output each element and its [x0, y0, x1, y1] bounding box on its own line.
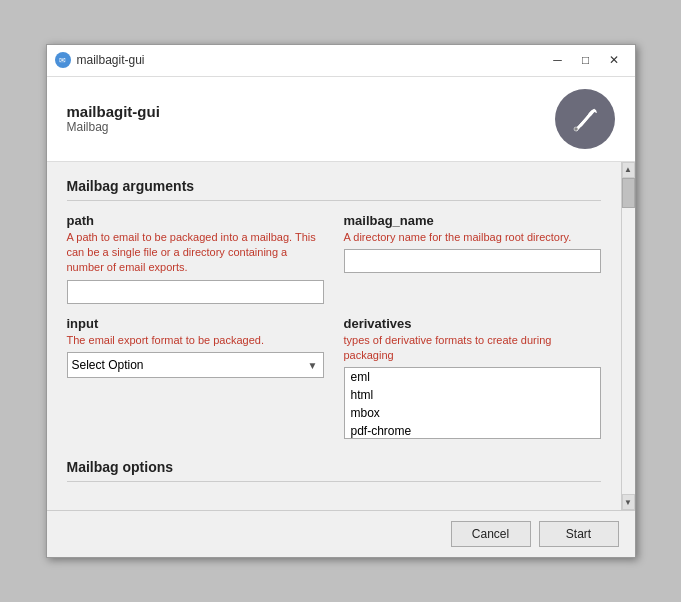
mailbag-arguments-title: Mailbag arguments	[67, 178, 601, 201]
scrollbar-middle	[622, 208, 635, 495]
derivatives-description: types of derivative formats to create du…	[344, 333, 601, 364]
mailbag-name-input[interactable]	[344, 249, 601, 273]
svg-point-0	[574, 127, 578, 131]
scrollbar-track[interactable]: ▲ ▼	[621, 162, 635, 511]
list-item[interactable]: eml	[345, 368, 600, 386]
derivatives-list[interactable]: emlhtmlmboxpdf-chrome	[344, 367, 601, 439]
list-item[interactable]: html	[345, 386, 600, 404]
scrollbar-down-arrow[interactable]: ▼	[622, 494, 635, 510]
title-bar-text: mailbagit-gui	[77, 53, 545, 67]
list-item[interactable]: mbox	[345, 404, 600, 422]
header-logo	[555, 89, 615, 149]
header-text: mailbagit-gui Mailbag	[67, 103, 160, 134]
input-label: input	[67, 316, 324, 331]
path-label: path	[67, 213, 324, 228]
app-name: mailbagit-gui	[67, 103, 160, 120]
mailbag-name-description: A directory name for the mailbag root di…	[344, 230, 601, 245]
cancel-button[interactable]: Cancel	[451, 521, 531, 547]
args-grid: path A path to email to be packaged into…	[67, 213, 601, 452]
footer: Cancel Start	[47, 510, 635, 557]
svg-line-1	[581, 111, 593, 125]
list-item[interactable]: pdf-chrome	[345, 422, 600, 439]
app-subtitle: Mailbag	[67, 120, 160, 134]
tools-icon	[567, 101, 603, 137]
mailbag-name-field-group: mailbag_name A directory name for the ma…	[344, 213, 601, 304]
derivatives-label: derivatives	[344, 316, 601, 331]
title-bar-buttons: ─ □ ✕	[545, 50, 627, 70]
mailbag-options-section: Mailbag options	[67, 459, 601, 482]
scrollbar-thumb[interactable]	[622, 178, 635, 208]
derivatives-field-group: derivatives types of derivative formats …	[344, 316, 601, 440]
path-field-group: path A path to email to be packaged into…	[67, 213, 324, 304]
scrollable-content: Mailbag arguments path A path to email t…	[47, 162, 621, 511]
path-description: A path to email to be packaged into a ma…	[67, 230, 324, 276]
maximize-button[interactable]: □	[573, 50, 599, 70]
close-button[interactable]: ✕	[601, 50, 627, 70]
scrollbar-up-arrow[interactable]: ▲	[622, 162, 635, 178]
input-description: The email export format to be packaged.	[67, 333, 324, 348]
app-icon	[55, 52, 71, 68]
input-field-group: input The email export format to be pack…	[67, 316, 324, 440]
mailbag-name-label: mailbag_name	[344, 213, 601, 228]
start-button[interactable]: Start	[539, 521, 619, 547]
content-area: Mailbag arguments path A path to email t…	[47, 162, 635, 511]
title-bar: mailbagit-gui ─ □ ✕	[47, 45, 635, 77]
minimize-button[interactable]: ─	[545, 50, 571, 70]
input-select-wrapper: Select Option	[67, 352, 324, 378]
input-select[interactable]: Select Option	[67, 352, 324, 378]
main-window: mailbagit-gui ─ □ ✕ mailbagit-gui Mailba…	[46, 44, 636, 559]
path-input[interactable]	[67, 280, 324, 304]
header-area: mailbagit-gui Mailbag	[47, 77, 635, 162]
mailbag-options-title: Mailbag options	[67, 459, 601, 482]
